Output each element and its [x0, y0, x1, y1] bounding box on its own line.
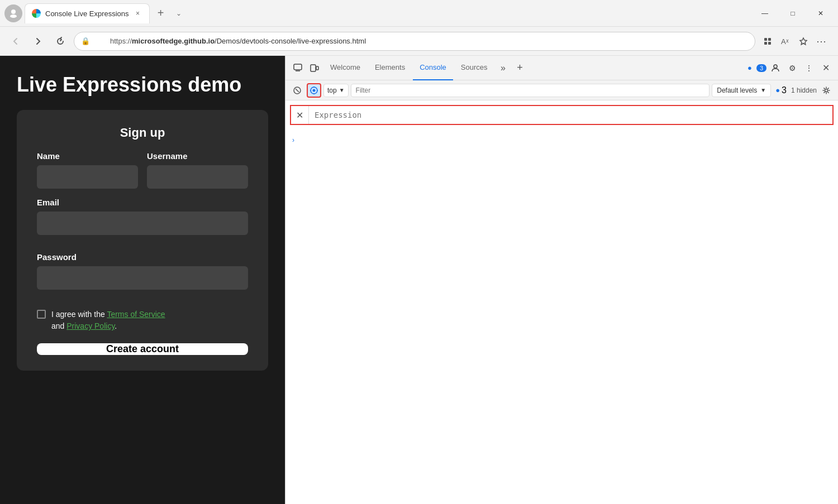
add-tab-btn[interactable]: + [512, 60, 528, 76]
more-tabs-btn[interactable]: » [496, 60, 511, 76]
devtools-close-btn[interactable]: ✕ [818, 60, 834, 76]
tos-link[interactable]: Terms of Service [107, 310, 165, 319]
top-label: top [327, 87, 337, 94]
live-expression-btn[interactable] [307, 83, 321, 98]
agree-text: I agree with the [51, 310, 107, 319]
tab-close-btn[interactable]: × [134, 9, 142, 18]
agree-checkbox[interactable] [37, 310, 46, 319]
console-toolbar: top ▼ Default levels ▼ ● 3 1 hidden [285, 80, 838, 100]
lock-icon: 🔒 [81, 37, 90, 45]
svg-point-16 [313, 89, 316, 92]
privacy-link[interactable]: Privacy Policy [66, 321, 115, 330]
maximize-btn[interactable]: □ [780, 4, 806, 22]
title-bar: Console Live Expressions × + ⌄ — □ ✕ [0, 0, 838, 27]
devtools-more-btn[interactable]: ⋮ [801, 60, 817, 76]
page-title: Live Expressions demo [17, 73, 268, 97]
tab-dropdown-btn[interactable]: ⌄ [172, 7, 185, 20]
expression-close-btn[interactable]: ✕ [291, 106, 309, 124]
expression-area: ✕ [290, 105, 834, 125]
create-account-btn[interactable]: Create account [37, 343, 248, 355]
svg-point-12 [774, 65, 777, 68]
context-dropdown-icon: ▼ [339, 87, 345, 93]
svg-rect-8 [294, 64, 302, 70]
address-input[interactable]: 🔒 https://microsoftedge.github.io/Demos/… [74, 32, 755, 51]
browser-window: Console Live Expressions × + ⌄ — □ ✕ 🔒 h… [0, 0, 838, 504]
console-prompt[interactable]: › [290, 134, 834, 146]
message-icon: ● [747, 64, 752, 72]
favorites-icon[interactable] [796, 33, 811, 49]
refresh-btn[interactable] [51, 32, 69, 50]
badge-dot: ● [775, 86, 780, 94]
devtools-toolbar: Welcome Elements Console Sources » + ● 3… [285, 56, 838, 80]
collections-icon[interactable] [760, 33, 775, 49]
forward-btn[interactable] [29, 32, 47, 50]
filter-input[interactable] [351, 84, 710, 97]
profile-icon[interactable] [4, 4, 22, 22]
title-bar-left [4, 4, 22, 22]
tab-elements[interactable]: Elements [368, 56, 412, 80]
email-input[interactable] [37, 212, 248, 235]
svg-point-1 [10, 15, 17, 18]
devtools-settings-btn[interactable]: ⚙ [784, 60, 800, 76]
name-group: Name [37, 151, 138, 189]
minimize-btn[interactable]: — [752, 4, 778, 22]
url-path: /Demos/devtools-console/live-expressions… [215, 37, 366, 45]
address-icons: Aᵡ ⋯ [760, 33, 829, 49]
username-input[interactable] [147, 165, 248, 189]
context-selector[interactable]: top ▼ [323, 84, 349, 97]
tab-console[interactable]: Console [413, 56, 453, 80]
read-aloud-icon[interactable]: Aᵡ [778, 33, 793, 49]
tab-sources[interactable]: Sources [454, 56, 494, 80]
period: . [115, 321, 117, 330]
checkbox-row: I agree with the Terms of Service and Pr… [37, 309, 248, 332]
svg-marker-7 [800, 38, 807, 45]
expression-input[interactable] [309, 106, 832, 124]
clear-console-btn[interactable] [290, 83, 304, 98]
levels-dropdown-icon: ▼ [760, 87, 766, 93]
default-levels-label: Default levels [717, 87, 757, 94]
close-btn[interactable]: ✕ [808, 4, 834, 22]
svg-text:Aᵡ: Aᵡ [781, 37, 789, 46]
svg-rect-5 [768, 42, 771, 45]
console-output: › [285, 129, 838, 504]
hidden-count: 1 hidden [791, 87, 817, 94]
and-text: and [51, 321, 66, 330]
dt-badge-area: ● 3 [747, 64, 766, 72]
console-badge: 3 [756, 64, 766, 72]
signup-heading: Sign up [37, 126, 248, 140]
tab-welcome[interactable]: Welcome [323, 56, 367, 80]
browser-menu-btn[interactable]: ⋯ [813, 33, 829, 49]
password-label: Password [37, 252, 248, 262]
svg-point-0 [11, 9, 16, 14]
device-mode-btn[interactable] [307, 60, 322, 76]
webpage-content: Live Expressions demo Sign up Name Usern… [0, 56, 285, 504]
console-settings-btn[interactable] [819, 83, 834, 98]
user-icon-btn[interactable] [768, 60, 783, 76]
browser-tab[interactable]: Console Live Expressions × [25, 3, 150, 23]
chevron-right-icon: › [292, 136, 294, 144]
svg-rect-10 [311, 65, 316, 71]
svg-rect-11 [316, 66, 318, 70]
new-tab-btn[interactable]: + [152, 4, 170, 22]
svg-point-21 [825, 89, 828, 92]
name-username-row: Name Username [37, 151, 248, 189]
inspect-element-btn[interactable] [290, 60, 306, 76]
svg-line-14 [296, 89, 299, 92]
username-group: Username [147, 151, 248, 189]
message-count-badge: ● 3 [775, 85, 787, 95]
name-input[interactable] [37, 165, 138, 189]
tab-favicon [32, 9, 41, 18]
badge-number: 3 [782, 85, 787, 95]
tab-bar: Console Live Expressions × + ⌄ [25, 3, 750, 23]
window-controls: — □ ✕ [752, 4, 834, 22]
password-input[interactable] [37, 266, 248, 290]
username-label: Username [147, 151, 248, 161]
svg-rect-2 [764, 38, 767, 41]
signup-card: Sign up Name Username Email Pa [17, 110, 268, 371]
address-bar: 🔒 https://microsoftedge.github.io/Demos/… [0, 27, 838, 56]
main-area: Live Expressions demo Sign up Name Usern… [0, 56, 838, 504]
back-btn[interactable] [7, 32, 25, 50]
devtools-panel: Welcome Elements Console Sources » + ● 3… [285, 56, 838, 504]
email-label: Email [37, 198, 248, 207]
default-levels-dropdown[interactable]: Default levels ▼ [712, 84, 771, 97]
